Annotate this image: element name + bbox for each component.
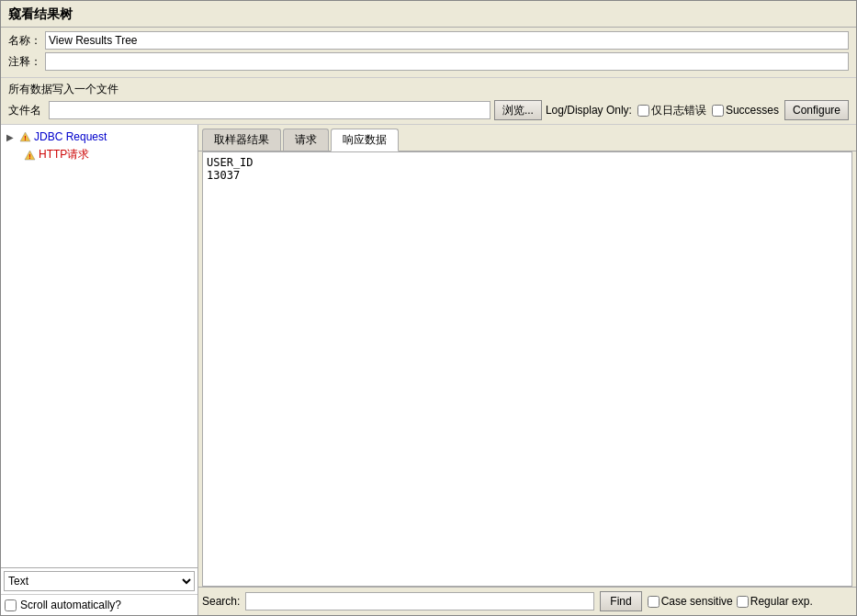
tab-request[interactable]: 请求 [283, 129, 329, 151]
search-label: Search: [202, 595, 240, 608]
tab-sampler-result[interactable]: 取样器结果 [202, 129, 281, 151]
scroll-label: Scroll automatically? [20, 599, 121, 611]
scroll-check-row: Scroll automatically? [1, 594, 197, 615]
tabs-bar: 取样器结果 请求 响应数据 [198, 125, 856, 151]
file-label: 文件名 [8, 103, 45, 118]
log-errors-checkbox[interactable] [637, 105, 649, 117]
search-input[interactable] [245, 592, 594, 610]
name-row: 名称： [8, 31, 849, 50]
tree-area: ▶ ! JDBC Request ! [1, 125, 197, 567]
comment-label: 注释： [8, 54, 45, 70]
tree-item-jdbc[interactable]: ▶ ! JDBC Request [3, 129, 196, 145]
left-panel: ▶ ! JDBC Request ! [1, 125, 198, 615]
file-section: 所有数据写入一个文件 文件名 浏览... Log/Display Only: 仅… [1, 78, 856, 125]
regex-label[interactable]: Regular exp. [737, 595, 813, 608]
jdbc-request-label: JDBC Request [34, 130, 107, 143]
case-sensitive-label[interactable]: Case sensitive [648, 595, 733, 608]
svg-text:!: ! [28, 153, 30, 160]
name-label: 名称： [8, 33, 45, 49]
search-bar: Search: Find Case sensitive Regular exp. [198, 587, 856, 615]
form-section: 名称： 注释： [1, 28, 856, 78]
file-row: 文件名 浏览... Log/Display Only: 仅日志错误 Succes… [8, 100, 849, 120]
all-data-label: 所有数据写入一个文件 [8, 82, 849, 97]
search-options: Case sensitive Regular exp. [648, 595, 813, 608]
browse-button[interactable]: 浏览... [494, 100, 542, 120]
response-area: USER_ID 13037 [202, 151, 852, 587]
file-input[interactable] [49, 101, 491, 119]
scroll-checkbox[interactable] [5, 599, 17, 611]
case-sensitive-checkbox[interactable] [648, 596, 660, 608]
successes-checkbox[interactable] [712, 105, 724, 117]
comment-input[interactable] [45, 52, 849, 71]
tree-arrow-jdbc: ▶ [6, 132, 16, 142]
svg-text:!: ! [24, 135, 26, 141]
response-line-1: USER_ID [207, 156, 848, 169]
view-mode-select[interactable]: Text XML HTML JSON [4, 571, 195, 591]
name-input[interactable] [45, 31, 849, 50]
http-warning-icon: ! [23, 149, 36, 162]
tree-item-http[interactable]: ! HTTP请求 [3, 145, 196, 164]
http-request-label: HTTP请求 [39, 147, 89, 162]
log-options: Log/Display Only: 仅日志错误 Successes Config… [546, 100, 849, 120]
main-window: 窥看结果树 名称： 注释： 所有数据写入一个文件 文件名 浏览... Log/D… [0, 0, 857, 616]
response-line-2: 13037 [207, 169, 848, 182]
comment-row: 注释： [8, 52, 849, 71]
jdbc-warning-icon: ! [18, 130, 31, 143]
tab-response-data[interactable]: 响应数据 [331, 129, 399, 151]
left-bottom: Text XML HTML JSON [1, 567, 197, 594]
successes-checkbox-label[interactable]: Successes [712, 104, 779, 117]
log-errors-checkbox-label[interactable]: 仅日志错误 [637, 103, 706, 118]
regex-checkbox[interactable] [737, 596, 749, 608]
main-content: ▶ ! JDBC Request ! [1, 125, 856, 615]
window-title: 窥看结果树 [8, 6, 849, 23]
find-button[interactable]: Find [600, 591, 641, 611]
right-panel: 取样器结果 请求 响应数据 USER_ID 13037 Search: Find… [198, 125, 856, 615]
title-bar: 窥看结果树 [1, 1, 856, 28]
configure-button[interactable]: Configure [784, 100, 849, 120]
log-display-label: Log/Display Only: [546, 104, 632, 117]
